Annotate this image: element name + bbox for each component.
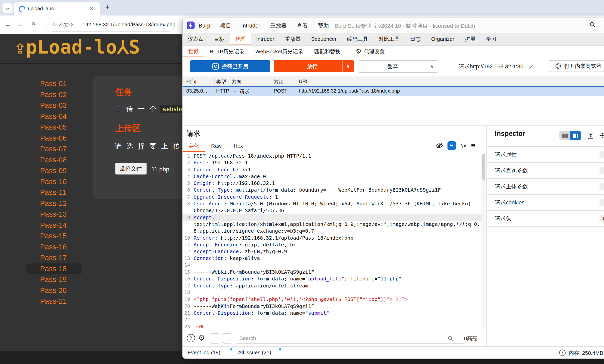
- search-input[interactable]: [236, 333, 465, 343]
- burp-tab-重放器[interactable]: 重放器: [279, 33, 306, 45]
- column-header-时间[interactable]: 时间: [186, 79, 196, 85]
- all-issues-tab[interactable]: All issues (21): [238, 349, 271, 355]
- proxy-settings-tab[interactable]: ⚙代理设置: [350, 46, 390, 57]
- menu-item-项目[interactable]: 项目: [220, 22, 231, 30]
- burp-tab-对比工具[interactable]: 对比工具: [373, 33, 405, 45]
- burp-tab-Organizer[interactable]: Organizer: [426, 33, 460, 45]
- tab-close-icon[interactable]: ✕: [89, 6, 93, 12]
- edit-pencil-icon[interactable]: [528, 63, 533, 70]
- sidebar-item-Pass-10[interactable]: Pass-10: [26, 176, 82, 187]
- menu-item-Burp[interactable]: Burp: [199, 23, 210, 29]
- proxy-subtab-WebSocket历史记录[interactable]: WebSocket历史记录: [250, 46, 309, 57]
- event-log-tab[interactable]: Event log (18): [188, 349, 220, 355]
- burp-tab-仪表盘[interactable]: 仪表盘: [183, 33, 209, 45]
- sidebar-item-Pass-19[interactable]: Pass-19: [26, 274, 82, 285]
- menu-item-重放器[interactable]: 重放器: [270, 22, 287, 30]
- word-wrap-icon[interactable]: ↵: [447, 141, 456, 150]
- choose-file-button[interactable]: 选择文件: [115, 163, 147, 175]
- queue-table-row[interactable]: 03:25:0...HTTP→请求POSThttp://192.168.32.1…: [183, 86, 604, 96]
- sidebar-item-Pass-18[interactable]: Pass-18: [26, 263, 82, 274]
- proxy-subtab-拦截[interactable]: 拦截: [183, 46, 204, 57]
- new-tab-button[interactable]: +: [105, 3, 110, 12]
- browser-tab[interactable]: upload-labs ✕: [14, 2, 100, 16]
- inspector-section-请求查询参数[interactable]: 请求查询参数: [487, 163, 604, 179]
- sidebar-item-Pass-14[interactable]: Pass-14: [26, 220, 82, 231]
- sidebar-item-Pass-03[interactable]: Pass-03: [26, 100, 82, 111]
- request-line: 16Content-Disposition: form-data; name="…: [183, 276, 482, 282]
- forward-dropdown[interactable]: ∨: [342, 60, 354, 72]
- search-next-button[interactable]: →: [222, 333, 232, 343]
- search-prev-button[interactable]: ←: [210, 333, 220, 343]
- search-icon[interactable]: [589, 21, 596, 28]
- burp-tab-扩展[interactable]: 扩展: [460, 33, 481, 45]
- line-number: 10: [183, 235, 194, 241]
- sidebar-item-Pass-20[interactable]: Pass-20: [26, 285, 82, 296]
- stop-loading-icon[interactable]: ✕: [31, 21, 36, 28]
- burp-tab-Sequencer[interactable]: Sequencer: [306, 33, 342, 45]
- inspector-section-请求头[interactable]: 请求头1: [487, 211, 604, 227]
- forward-button[interactable]: → 放行: [274, 60, 342, 72]
- inspector-section-请求cookies[interactable]: 请求cookies: [487, 195, 604, 211]
- sidebar-item-Pass-05[interactable]: Pass-05: [26, 122, 82, 133]
- inspector-layout-toggle[interactable]: [559, 131, 581, 140]
- burp-tab-编码工具[interactable]: 编码工具: [342, 33, 373, 45]
- editor-scrollbar[interactable]: [482, 153, 486, 328]
- column-header-方法[interactable]: 方法: [274, 79, 284, 85]
- drop-button[interactable]: 丢弃: [358, 60, 427, 73]
- sidebar-item-Pass-06[interactable]: Pass-06: [26, 133, 82, 144]
- request-editor[interactable]: 1POST /upload/Pass-18/index.php HTTP/1.1…: [183, 153, 482, 328]
- menu-item-查看[interactable]: 查看: [297, 22, 308, 30]
- sidebar-item-Pass-08[interactable]: Pass-08: [26, 155, 82, 166]
- inspector-section-请求属性[interactable]: 请求属性: [487, 147, 604, 163]
- layout-left-icon[interactable]: [559, 131, 570, 140]
- sidebar-item-Pass-04[interactable]: Pass-04: [26, 111, 82, 122]
- sidebar-item-Pass-07[interactable]: Pass-07: [26, 144, 82, 155]
- sidebar-item-Pass-01[interactable]: Pass-01: [26, 78, 82, 89]
- collapse-all-icon[interactable]: [599, 132, 604, 139]
- help-icon[interactable]: ?: [187, 334, 195, 342]
- address-bar[interactable]: ⚠ 不安全 192.168.32.1/upload/Pass-18/index.…: [46, 18, 175, 32]
- scrollbar-thumb[interactable]: [482, 154, 485, 180]
- horizontal-splitter[interactable]: [183, 125, 604, 126]
- sidebar-item-Pass-12[interactable]: Pass-12: [26, 198, 82, 209]
- expand-all-icon[interactable]: [587, 132, 594, 139]
- newline-chars-icon[interactable]: \n: [461, 143, 467, 149]
- proxy-subtab-匹配和替换[interactable]: 匹配和替换: [309, 46, 346, 57]
- burp-tab-目标[interactable]: 目标: [209, 33, 230, 45]
- request-view-tab-Hex[interactable]: Hex: [228, 140, 249, 152]
- proxy-subtab-HTTP历史记录[interactable]: HTTP历史记录: [204, 46, 250, 57]
- request-view-tab-Raw[interactable]: Raw: [205, 140, 228, 152]
- intercept-toggle-button[interactable]: 拦截已开启: [190, 60, 270, 72]
- sidebar-item-Pass-13[interactable]: Pass-13: [26, 209, 82, 220]
- sidebar-item-Pass-17[interactable]: Pass-17: [26, 252, 82, 263]
- drop-dropdown[interactable]: ∨: [426, 60, 438, 73]
- forward-icon[interactable]: →: [17, 21, 24, 28]
- column-header-类型[interactable]: 类型: [216, 79, 226, 85]
- back-icon[interactable]: ←: [5, 21, 11, 28]
- column-header-URL[interactable]: URL: [299, 79, 309, 84]
- sidebar-item-Pass-16[interactable]: Pass-16: [26, 242, 82, 253]
- editor-menu-icon[interactable]: ≡: [471, 142, 475, 150]
- burp-tab-Intruder[interactable]: Intruder: [251, 33, 279, 45]
- hide-nonprintable-icon[interactable]: [435, 142, 443, 149]
- open-embedded-browser-button[interactable]: 打开内嵌浏览器: [549, 60, 604, 72]
- sidebar-item-Pass-15[interactable]: Pass-15: [26, 231, 82, 242]
- minimize-icon[interactable]: —: [599, 20, 604, 28]
- settings-gear-icon[interactable]: ⚙: [198, 333, 205, 342]
- layout-right-icon[interactable]: [570, 131, 581, 140]
- sidebar-item-Pass-11[interactable]: Pass-11: [26, 187, 82, 198]
- sidebar-item-Pass-21[interactable]: Pass-21: [26, 296, 82, 307]
- line-number: 16: [183, 276, 194, 281]
- column-header-方向[interactable]: 方向: [232, 79, 242, 85]
- inspector-section-请求主体参数[interactable]: 请求主体参数: [487, 179, 604, 195]
- burp-tab-学习[interactable]: 学习: [481, 33, 502, 45]
- burp-tab-代理[interactable]: 代理: [230, 33, 251, 45]
- sidebar-item-Pass-02[interactable]: Pass-02: [26, 89, 82, 100]
- sidebar-item-Pass-09[interactable]: Pass-09: [26, 165, 82, 176]
- menu-item-帮助[interactable]: 帮助: [318, 22, 329, 30]
- burp-tab-日志[interactable]: 日志: [405, 33, 426, 45]
- line-number: 11: [183, 242, 194, 247]
- menu-item-Intruder[interactable]: Intruder: [241, 23, 260, 29]
- tab-list-chevron-icon[interactable]: ⌄: [3, 3, 13, 13]
- request-view-tab-美化[interactable]: 美化: [183, 140, 205, 152]
